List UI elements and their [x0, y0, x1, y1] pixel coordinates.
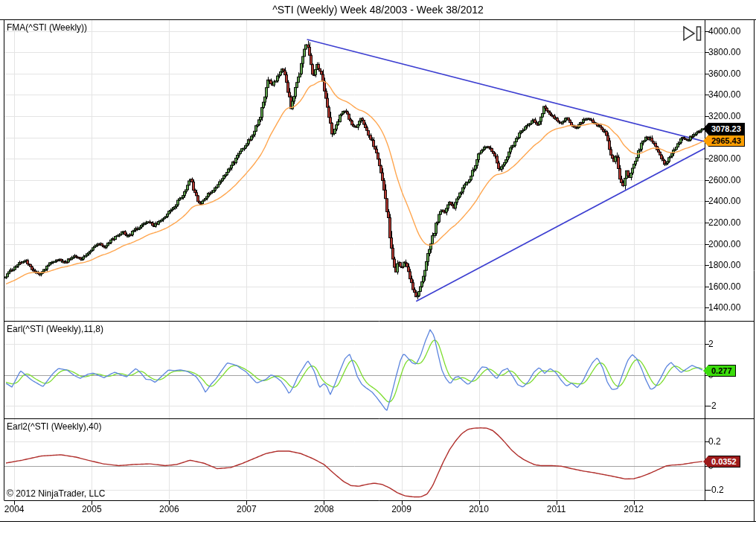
earl2-tick-label: -0.2	[708, 485, 724, 495]
year-label: 2010	[461, 504, 497, 514]
year-label: 2005	[74, 504, 109, 514]
earl-tick-label: -2	[708, 401, 717, 411]
earl2-value-badge-text: 0.0352	[708, 456, 740, 468]
price-tick-label: 2200.00	[708, 217, 740, 228]
price-tick-label: 3600.00	[708, 68, 740, 79]
price-tick-label: 1400.00	[708, 302, 740, 313]
year-label: 2008	[306, 504, 342, 514]
price-tick-label: 3200.00	[708, 111, 740, 121]
chart-title: ^STI (Weekly) Week 48/2003 - Week 38/201…	[0, 4, 756, 16]
year-label: 2007	[228, 504, 264, 514]
earl-value-badge-text: 0.277	[708, 365, 736, 377]
price-panel-indicator-label: FMA(^STI (Weekly))	[7, 22, 87, 33]
earl-panel-indicator-label: Earl(^STI (Weekly),11,8)	[7, 324, 103, 334]
earl2-value-badge: 0.0352	[703, 456, 740, 468]
price-tick-label: 1800.00	[708, 260, 740, 270]
price-tick-label: 4000.00	[708, 26, 740, 36]
earl2-tick-label: 0.2	[708, 436, 721, 447]
badge-arrow-icon	[703, 135, 708, 147]
badge-arrow-icon	[703, 365, 708, 377]
price-tick-label: 3800.00	[708, 47, 740, 57]
chart-canvas[interactable]	[0, 0, 756, 536]
price-tick-label: 2000.00	[708, 239, 740, 249]
copyright-label: © 2012 NinjaTrader, LLC	[7, 488, 105, 499]
badge-arrow-icon	[703, 456, 708, 468]
price-tick-label: 3400.00	[708, 89, 740, 100]
price-tick-label: 2400.00	[708, 196, 740, 206]
earl-tick-label: 2	[708, 339, 714, 349]
year-label: 2009	[384, 504, 420, 514]
earl-value-badge: 0.277	[703, 365, 736, 377]
year-label: 2011	[539, 504, 574, 514]
go-to-last-bar-button[interactable]	[682, 25, 703, 43]
app-window: ^STI (Weekly) Week 48/2003 - Week 38/201…	[0, 0, 756, 536]
price-tick-label: 2600.00	[708, 175, 740, 185]
ma-value-badge-text: 2965.43	[708, 135, 745, 147]
year-label: 2012	[616, 504, 652, 514]
price-tick-label: 2800.00	[708, 153, 740, 164]
last-price-badge: 3078.23	[703, 123, 745, 135]
earl2-panel-indicator-label: Earl2(^STI (Weekly),40)	[7, 421, 101, 432]
play-to-end-icon	[682, 25, 703, 43]
price-tick-label: 1600.00	[708, 281, 740, 292]
ma-value-badge: 2965.43	[703, 135, 745, 147]
year-label: 2004	[0, 504, 32, 514]
year-label: 2006	[151, 504, 187, 514]
badge-arrow-icon	[703, 123, 708, 135]
last-price-badge-text: 3078.23	[708, 123, 745, 135]
